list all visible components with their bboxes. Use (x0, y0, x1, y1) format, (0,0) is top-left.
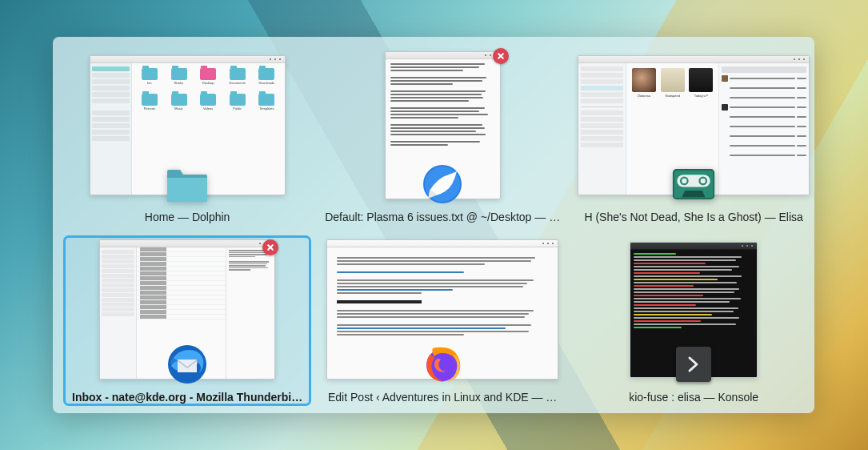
kate-icon (421, 163, 464, 206)
cassette-icon (672, 163, 715, 206)
folder-label: Music (174, 106, 182, 110)
window-tile-elisa[interactable]: Dolorosa Godspeed Today's P (574, 48, 813, 225)
window-thumbnail: bin Books Desktop Documents Downloads Pi… (67, 51, 307, 199)
window-tile-konsole[interactable]: kio-fuse : elisa — Konsole (574, 236, 813, 405)
task-switcher-panel: bin Books Desktop Documents Downloads Pi… (53, 37, 814, 413)
folder-label: Books (174, 81, 183, 85)
album-label: Today's P (694, 94, 708, 98)
folder-label: Templates (259, 106, 274, 110)
folder-icon (166, 163, 209, 206)
folder-label: Documents (230, 81, 246, 85)
folder-label: Desktop (202, 81, 214, 85)
close-icon[interactable] (262, 239, 278, 255)
firefox-icon (421, 343, 464, 386)
window-title-label: Default: Plasma 6 issues.txt @ ~/Desktop… (320, 209, 565, 225)
album-label: Godspeed (665, 94, 679, 98)
window-tile-kate[interactable]: Default: Plasma 6 issues.txt @ ~/Desktop… (317, 48, 568, 225)
svg-point-6 (682, 179, 686, 183)
album-label: Dolorosa (638, 94, 650, 98)
thunderbird-icon (166, 343, 209, 386)
window-title-label: Home — Dolphin (140, 209, 235, 225)
folder-label: Downloads (258, 81, 274, 85)
window-thumbnail (67, 239, 307, 380)
svg-point-8 (701, 179, 706, 183)
window-tile-thunderbird[interactable]: Inbox - nate@kde.org - Mozilla Thunderbi… (64, 236, 310, 405)
window-title-label: H (She's Not Dead, She Is a Ghost) — Eli… (579, 209, 807, 225)
folder-label: Videos (203, 106, 213, 110)
window-tile-firefox[interactable]: Edit Post ‹ Adventures in Linux and KDE … (317, 236, 568, 405)
window-title-label: kio-fuse : elisa — Konsole (624, 389, 763, 405)
window-thumbnail (320, 51, 565, 199)
window-thumbnail: Dolorosa Godspeed Today's P (578, 51, 810, 199)
window-title-label: Edit Post ‹ Adventures in Linux and KDE … (323, 389, 562, 405)
folder-label: Public (233, 106, 242, 110)
window-thumbnail (578, 239, 810, 380)
window-title-label: Inbox - nate@kde.org - Mozilla Thunderbi… (67, 389, 307, 405)
window-tile-dolphin[interactable]: bin Books Desktop Documents Downloads Pi… (64, 48, 310, 225)
folder-label: bin (147, 81, 151, 85)
folder-label: Pictures (144, 106, 155, 110)
blog-heading (337, 300, 422, 303)
window-thumbnail (320, 239, 565, 380)
close-icon[interactable] (493, 48, 509, 64)
terminal-icon (672, 343, 715, 386)
